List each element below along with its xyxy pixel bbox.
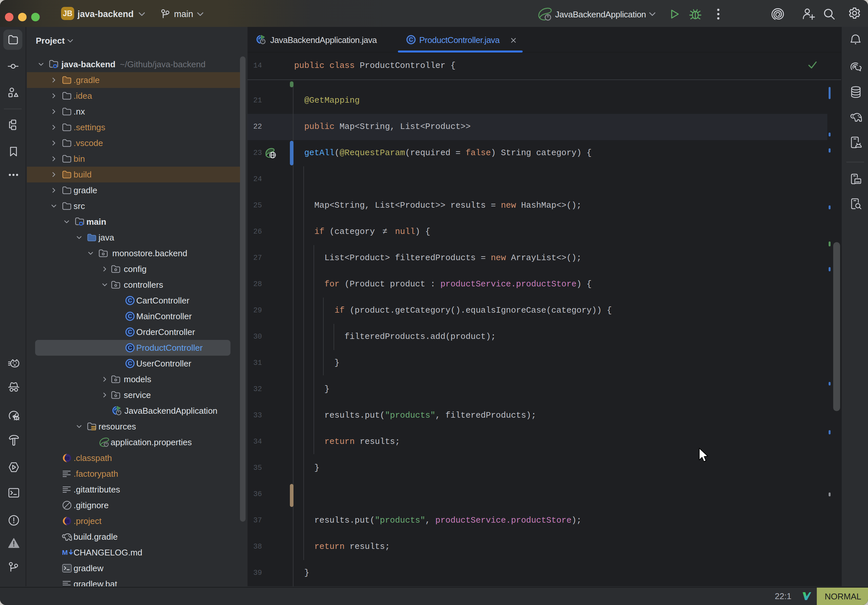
svg-text:C: C: [128, 329, 132, 335]
svg-text:M: M: [62, 549, 68, 556]
svg-text:C: C: [409, 36, 413, 43]
svg-text:C: C: [128, 360, 132, 367]
svg-text:C: C: [128, 297, 132, 304]
svg-text:C: C: [128, 313, 132, 320]
svg-text:C: C: [128, 345, 132, 351]
